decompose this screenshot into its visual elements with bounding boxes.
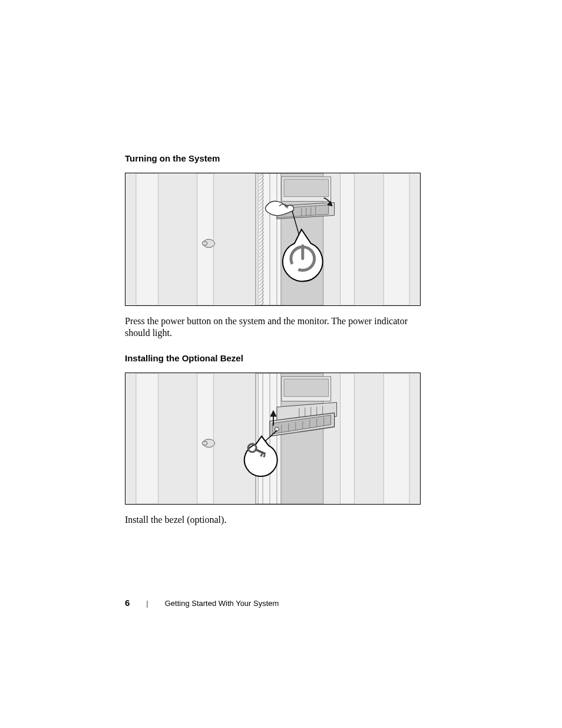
page-number: 6 — [125, 598, 130, 608]
page-footer: 6 | Getting Started With Your System — [125, 598, 279, 608]
svg-rect-3 — [340, 173, 355, 305]
svg-rect-12 — [202, 242, 207, 245]
footer-separator: | — [146, 599, 148, 608]
svg-rect-27 — [197, 373, 214, 504]
svg-rect-15 — [284, 179, 329, 197]
svg-rect-36 — [202, 442, 207, 445]
heading-turning-on-system: Turning on the System — [125, 153, 434, 163]
heading-installing-bezel: Installing the Optional Bezel — [125, 353, 434, 363]
paragraph-bezel-instructions: Install the bezel (optional). — [125, 514, 434, 526]
svg-rect-10 — [259, 173, 264, 305]
bezel-diagram-icon — [125, 373, 420, 504]
figure-optional-bezel — [125, 373, 421, 505]
svg-rect-4 — [384, 173, 409, 305]
footer-section-title: Getting Started With Your System — [165, 599, 279, 608]
figure-power-button — [125, 173, 421, 306]
svg-rect-29 — [384, 373, 409, 504]
power-button-diagram-icon — [125, 173, 420, 305]
svg-rect-26 — [136, 373, 158, 504]
paragraph-power-instructions: Press the power button on the system and… — [125, 315, 434, 339]
svg-rect-28 — [340, 373, 355, 504]
svg-rect-39 — [284, 379, 329, 397]
svg-rect-1 — [136, 173, 158, 305]
